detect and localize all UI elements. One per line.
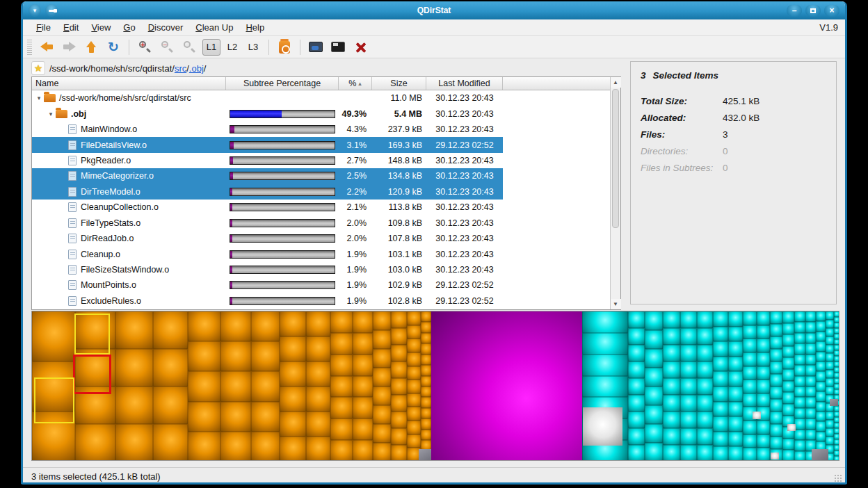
treemap-cell-cyan[interactable] <box>582 333 628 355</box>
treemap-cell-cyan[interactable] <box>697 395 713 412</box>
treemap-cell-cyan[interactable] <box>782 450 794 461</box>
treemap-cell-orange[interactable] <box>407 339 421 352</box>
treemap-cell-cyan[interactable] <box>645 330 663 349</box>
treemap-cell-orange[interactable] <box>407 434 421 448</box>
treemap-cell-cyan[interactable] <box>826 370 834 378</box>
treemap-level-button-l1[interactable]: L1 <box>202 39 220 56</box>
treemap-cell-orange[interactable] <box>373 368 391 387</box>
treemap-cell-orange[interactable] <box>407 407 421 421</box>
treemap-level-button-l3[interactable]: L3 <box>244 39 262 56</box>
treemap-cell-cyan[interactable] <box>794 333 805 343</box>
treemap-cell-cyan[interactable] <box>794 355 805 365</box>
treemap-cell-cyan[interactable] <box>834 317 839 323</box>
treemap-cell-cyan[interactable] <box>782 357 794 369</box>
treemap-cell-orange[interactable] <box>153 311 188 349</box>
scroll-up-icon[interactable]: ▲ <box>611 77 621 88</box>
treemap-cell-orange[interactable] <box>353 397 373 418</box>
treemap-cell-cyan[interactable] <box>834 439 839 445</box>
treemap-cell-cyan[interactable] <box>680 378 697 395</box>
treemap-cell-cyan[interactable] <box>680 328 697 345</box>
zoom-fit-button[interactable] <box>180 38 198 56</box>
treemap-cell-cyan[interactable] <box>697 361 713 378</box>
treemap-cell-cyan[interactable] <box>728 432 743 447</box>
treemap-cell-cyan[interactable] <box>697 428 713 445</box>
treemap-cell-orange[interactable] <box>280 361 306 387</box>
treemap-cell-cyan[interactable] <box>743 325 757 339</box>
treemap-cell-orange[interactable] <box>421 322 431 332</box>
treemap-cell-cyan[interactable] <box>743 421 757 434</box>
treemap-cell-orange[interactable] <box>373 405 391 424</box>
refresh-button[interactable]: ↻ <box>104 38 122 56</box>
treemap-cell-cyan[interactable] <box>728 416 743 432</box>
menu-item-discover[interactable]: Discover <box>142 21 190 34</box>
treemap-cell-cyan[interactable] <box>794 343 805 354</box>
table-row[interactable]: DirTreeModel.o2.2%120.9 kB30.12.23 20:43 <box>32 184 610 200</box>
treemap-cell-cyan[interactable] <box>805 376 816 387</box>
treemap-cell-cyan[interactable] <box>834 367 839 373</box>
treemap-cell-cyan[interactable] <box>770 349 782 361</box>
treemap-cell-cyan[interactable] <box>826 320 834 328</box>
treemap-cell-cyan[interactable] <box>757 311 770 325</box>
treemap-cell-cyan[interactable] <box>782 439 794 450</box>
treemap-cell-orange[interactable] <box>188 402 220 432</box>
treemap-cell-cyan[interactable] <box>743 366 757 380</box>
treemap-cell-white[interactable] <box>753 412 761 419</box>
treemap-cell-cyan[interactable] <box>697 311 713 328</box>
treemap-cell-cyan[interactable] <box>816 321 826 331</box>
treemap-cell-orange[interactable] <box>188 341 220 371</box>
treemap-cell-cyan[interactable] <box>645 405 663 424</box>
menu-item-clean-up[interactable]: Clean Up <box>189 21 239 34</box>
menu-item-go[interactable]: Go <box>117 21 141 34</box>
treemap-cell-cyan[interactable] <box>816 332 826 341</box>
treemap-cell-orange[interactable] <box>115 387 153 424</box>
treemap-cell-cyan[interactable] <box>794 418 805 429</box>
treemap-cell-cyan[interactable] <box>805 387 816 397</box>
treemap-cell-cyan[interactable] <box>805 418 816 429</box>
treemap-cell-cyan[interactable] <box>743 448 757 461</box>
treemap-cell-cyan[interactable] <box>816 402 826 412</box>
table-row[interactable]: ▾/ssd-work/home/sh/src/qdirstat/src11.0 … <box>32 90 610 106</box>
expand-arrow-icon[interactable]: ▾ <box>35 95 43 101</box>
treemap-cell-cyan[interactable] <box>713 387 728 402</box>
treemap-cell-cyan[interactable] <box>794 322 805 332</box>
treemap-cell-orange[interactable] <box>220 311 251 341</box>
treemap-cell-orange[interactable] <box>251 432 280 461</box>
treemap-cell-cyan[interactable] <box>628 328 645 345</box>
menu-item-view[interactable]: View <box>85 21 117 34</box>
treemap-cell-cyan[interactable] <box>697 412 713 428</box>
treemap-cell-cyan[interactable] <box>713 357 728 372</box>
cleanup-trash-button[interactable] <box>275 38 294 56</box>
treemap-cell-cyan[interactable] <box>757 393 770 407</box>
treemap-level-button-l2[interactable]: L2 <box>223 39 241 56</box>
treemap-cell-cyan[interactable] <box>645 387 663 405</box>
treemap-cell-cyan[interactable] <box>826 361 834 370</box>
treemap-cell-orange[interactable] <box>280 412 306 437</box>
treemap-cell-orange[interactable] <box>421 365 431 375</box>
treemap-cell-orange[interactable] <box>306 311 330 336</box>
treemap-cell-orange[interactable] <box>421 418 431 429</box>
treemap-cell-cyan[interactable] <box>663 345 680 361</box>
treemap-cell-cyan[interactable] <box>628 378 645 395</box>
treemap-cell-cyan[interactable] <box>794 365 805 375</box>
treemap-cell-orange[interactable] <box>391 361 407 378</box>
treemap-cell-cyan[interactable] <box>826 428 834 437</box>
treemap-cell-cyan[interactable] <box>782 404 794 416</box>
file-manager-button[interactable] <box>307 38 325 56</box>
treemap-cell-cyan[interactable] <box>743 339 757 352</box>
treemap-cell-cyan[interactable] <box>757 325 770 339</box>
treemap-cell-orange[interactable] <box>306 437 330 461</box>
treemap-cell-orange[interactable] <box>330 311 353 333</box>
treemap-cell-orange[interactable] <box>391 395 407 412</box>
treemap-cell-cyan[interactable] <box>782 334 794 346</box>
treemap-cell-cyan[interactable] <box>728 327 743 342</box>
treemap-cell-cyan[interactable] <box>805 365 816 375</box>
toolbar-drag-handle[interactable] <box>27 40 32 55</box>
bookmark-star-icon[interactable]: ★ <box>31 61 45 75</box>
treemap-cell-cyan[interactable] <box>826 420 834 428</box>
treemap-cell-orange[interactable] <box>421 376 431 387</box>
treemap-cell-orange[interactable] <box>330 418 353 440</box>
treemap-cell-cyan[interactable] <box>816 311 826 321</box>
treemap-cell-orange[interactable] <box>353 440 373 461</box>
treemap-cell-cyan[interactable] <box>728 357 743 372</box>
treemap-cell-white[interactable] <box>583 407 622 446</box>
